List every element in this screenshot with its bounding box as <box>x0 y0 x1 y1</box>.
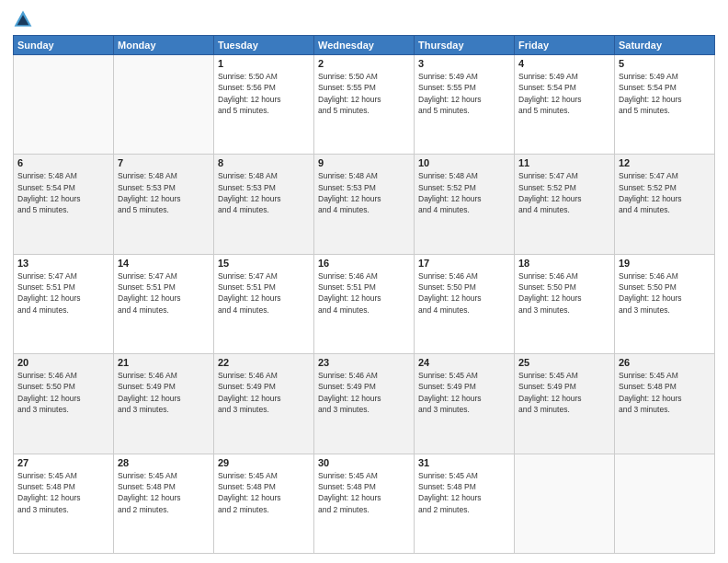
day-info: Sunrise: 5:45 AMSunset: 5:48 PMDaylight:… <box>418 470 510 515</box>
weekday-header-tuesday: Tuesday <box>214 36 314 55</box>
calendar-cell: 21Sunrise: 5:46 AMSunset: 5:49 PMDayligh… <box>114 354 214 454</box>
weekday-header-wednesday: Wednesday <box>314 36 415 55</box>
day-info: Sunrise: 5:47 AMSunset: 5:51 PMDaylight:… <box>17 270 109 316</box>
day-number: 17 <box>418 258 510 269</box>
day-info: Sunrise: 5:49 AMSunset: 5:54 PMDaylight:… <box>619 71 711 116</box>
day-number: 10 <box>418 157 510 168</box>
calendar-cell: 18Sunrise: 5:46 AMSunset: 5:50 PMDayligh… <box>515 254 615 353</box>
day-number: 7 <box>118 157 210 168</box>
day-info: Sunrise: 5:45 AMSunset: 5:49 PMDaylight:… <box>418 370 510 415</box>
day-info: Sunrise: 5:46 AMSunset: 5:50 PMDaylight:… <box>418 270 510 316</box>
calendar-cell: 1Sunrise: 5:50 AMSunset: 5:56 PMDaylight… <box>214 55 314 155</box>
calendar-week-row: 27Sunrise: 5:45 AMSunset: 5:48 PMDayligh… <box>14 454 715 553</box>
calendar-cell <box>14 55 114 155</box>
calendar-cell: 27Sunrise: 5:45 AMSunset: 5:48 PMDayligh… <box>14 454 114 553</box>
calendar-week-row: 13Sunrise: 5:47 AMSunset: 5:51 PMDayligh… <box>14 254 715 353</box>
calendar-cell: 12Sunrise: 5:47 AMSunset: 5:52 PMDayligh… <box>615 155 715 254</box>
calendar-week-row: 20Sunrise: 5:46 AMSunset: 5:50 PMDayligh… <box>14 354 715 454</box>
calendar-cell: 10Sunrise: 5:48 AMSunset: 5:52 PMDayligh… <box>415 155 515 254</box>
calendar-cell: 11Sunrise: 5:47 AMSunset: 5:52 PMDayligh… <box>515 155 615 254</box>
logo-icon <box>13 9 33 29</box>
day-number: 27 <box>17 457 109 468</box>
day-number: 15 <box>218 258 310 269</box>
day-number: 20 <box>17 357 109 368</box>
calendar-cell <box>515 454 615 553</box>
day-number: 18 <box>518 258 610 269</box>
day-number: 8 <box>218 157 310 168</box>
day-info: Sunrise: 5:50 AMSunset: 5:56 PMDaylight:… <box>218 71 310 116</box>
calendar-cell: 24Sunrise: 5:45 AMSunset: 5:49 PMDayligh… <box>415 354 515 454</box>
day-number: 3 <box>418 58 510 69</box>
day-info: Sunrise: 5:48 AMSunset: 5:54 PMDaylight:… <box>17 170 109 215</box>
day-info: Sunrise: 5:48 AMSunset: 5:53 PMDaylight:… <box>118 170 210 215</box>
day-info: Sunrise: 5:47 AMSunset: 5:52 PMDaylight:… <box>619 170 711 215</box>
day-number: 1 <box>218 58 310 69</box>
day-number: 16 <box>318 258 410 269</box>
weekday-header-thursday: Thursday <box>415 36 515 55</box>
day-info: Sunrise: 5:49 AMSunset: 5:55 PMDaylight:… <box>418 71 510 116</box>
day-info: Sunrise: 5:45 AMSunset: 5:48 PMDaylight:… <box>218 470 310 515</box>
weekday-header-saturday: Saturday <box>615 36 715 55</box>
calendar-cell: 4Sunrise: 5:49 AMSunset: 5:54 PMDaylight… <box>515 55 615 155</box>
day-info: Sunrise: 5:47 AMSunset: 5:51 PMDaylight:… <box>218 270 310 316</box>
calendar-cell: 3Sunrise: 5:49 AMSunset: 5:55 PMDaylight… <box>415 55 515 155</box>
day-number: 21 <box>118 357 210 368</box>
day-info: Sunrise: 5:45 AMSunset: 5:48 PMDaylight:… <box>17 470 109 515</box>
calendar-cell <box>114 55 214 155</box>
day-info: Sunrise: 5:46 AMSunset: 5:50 PMDaylight:… <box>518 270 610 316</box>
day-info: Sunrise: 5:47 AMSunset: 5:51 PMDaylight:… <box>118 270 210 316</box>
day-number: 13 <box>17 258 109 269</box>
day-number: 19 <box>619 258 711 269</box>
calendar-cell: 23Sunrise: 5:46 AMSunset: 5:49 PMDayligh… <box>314 354 415 454</box>
calendar-cell: 19Sunrise: 5:46 AMSunset: 5:50 PMDayligh… <box>615 254 715 353</box>
day-info: Sunrise: 5:48 AMSunset: 5:53 PMDaylight:… <box>318 170 410 215</box>
day-number: 9 <box>318 157 410 168</box>
weekday-header-row: SundayMondayTuesdayWednesdayThursdayFrid… <box>14 36 715 55</box>
calendar-cell: 17Sunrise: 5:46 AMSunset: 5:50 PMDayligh… <box>415 254 515 353</box>
day-number: 29 <box>218 457 310 468</box>
calendar-cell: 20Sunrise: 5:46 AMSunset: 5:50 PMDayligh… <box>14 354 114 454</box>
calendar-cell: 16Sunrise: 5:46 AMSunset: 5:51 PMDayligh… <box>314 254 415 353</box>
day-info: Sunrise: 5:48 AMSunset: 5:53 PMDaylight:… <box>218 170 310 215</box>
day-info: Sunrise: 5:48 AMSunset: 5:52 PMDaylight:… <box>418 170 510 215</box>
calendar-cell: 15Sunrise: 5:47 AMSunset: 5:51 PMDayligh… <box>214 254 314 353</box>
day-number: 24 <box>418 357 510 368</box>
calendar-week-row: 1Sunrise: 5:50 AMSunset: 5:56 PMDaylight… <box>14 55 715 155</box>
day-number: 4 <box>518 58 610 69</box>
calendar-cell: 22Sunrise: 5:46 AMSunset: 5:49 PMDayligh… <box>214 354 314 454</box>
calendar-cell: 28Sunrise: 5:45 AMSunset: 5:48 PMDayligh… <box>114 454 214 553</box>
day-number: 22 <box>218 357 310 368</box>
calendar-cell: 26Sunrise: 5:45 AMSunset: 5:48 PMDayligh… <box>615 354 715 454</box>
calendar-cell: 9Sunrise: 5:48 AMSunset: 5:53 PMDaylight… <box>314 155 415 254</box>
day-number: 25 <box>518 357 610 368</box>
day-info: Sunrise: 5:47 AMSunset: 5:52 PMDaylight:… <box>518 170 610 215</box>
page: SundayMondayTuesdayWednesdayThursdayFrid… <box>0 0 728 563</box>
calendar-cell: 30Sunrise: 5:45 AMSunset: 5:48 PMDayligh… <box>314 454 415 553</box>
calendar-cell: 7Sunrise: 5:48 AMSunset: 5:53 PMDaylight… <box>114 155 214 254</box>
day-info: Sunrise: 5:45 AMSunset: 5:49 PMDaylight:… <box>518 370 610 415</box>
day-number: 31 <box>418 457 510 468</box>
logo <box>13 9 37 29</box>
calendar-table: SundayMondayTuesdayWednesdayThursdayFrid… <box>13 35 715 554</box>
calendar-cell <box>615 454 715 553</box>
day-number: 11 <box>518 157 610 168</box>
weekday-header-monday: Monday <box>114 36 214 55</box>
day-number: 30 <box>318 457 410 468</box>
header <box>13 9 715 29</box>
day-number: 5 <box>619 58 711 69</box>
day-info: Sunrise: 5:50 AMSunset: 5:55 PMDaylight:… <box>318 71 410 116</box>
day-number: 14 <box>118 258 210 269</box>
day-info: Sunrise: 5:46 AMSunset: 5:51 PMDaylight:… <box>318 270 410 316</box>
day-info: Sunrise: 5:45 AMSunset: 5:48 PMDaylight:… <box>318 470 410 515</box>
day-info: Sunrise: 5:46 AMSunset: 5:50 PMDaylight:… <box>17 370 109 415</box>
day-number: 28 <box>118 457 210 468</box>
day-number: 23 <box>318 357 410 368</box>
calendar-cell: 14Sunrise: 5:47 AMSunset: 5:51 PMDayligh… <box>114 254 214 353</box>
day-info: Sunrise: 5:46 AMSunset: 5:49 PMDaylight:… <box>118 370 210 415</box>
day-info: Sunrise: 5:46 AMSunset: 5:49 PMDaylight:… <box>318 370 410 415</box>
calendar-cell: 13Sunrise: 5:47 AMSunset: 5:51 PMDayligh… <box>14 254 114 353</box>
day-number: 2 <box>318 58 410 69</box>
calendar-cell: 5Sunrise: 5:49 AMSunset: 5:54 PMDaylight… <box>615 55 715 155</box>
day-number: 26 <box>619 357 711 368</box>
calendar-cell: 6Sunrise: 5:48 AMSunset: 5:54 PMDaylight… <box>14 155 114 254</box>
